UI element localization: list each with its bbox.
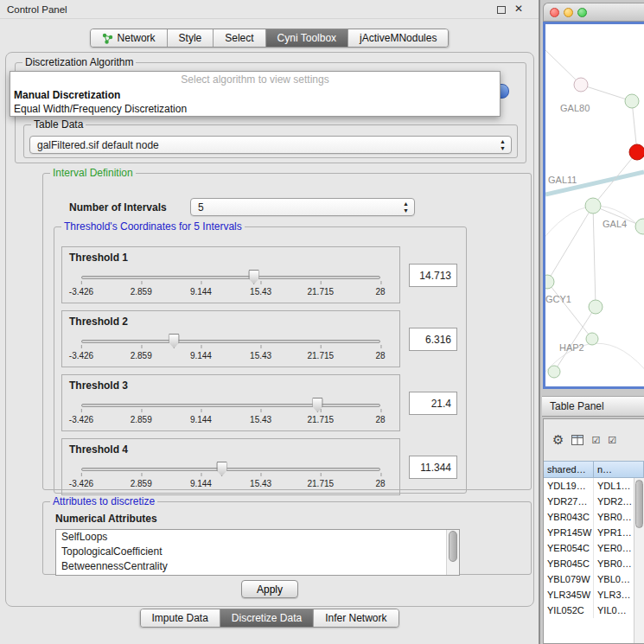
close-icon[interactable]: ✕ [514, 3, 523, 15]
attributes-group: Attributes to discretize Numerical Attri… [42, 495, 532, 575]
tab-infer-network[interactable]: Infer Network [314, 609, 398, 627]
threshold-slider[interactable] [81, 398, 380, 412]
network-node[interactable] [629, 144, 644, 160]
dropdown-item-manual-discretization[interactable]: Manual Discretization [10, 88, 500, 102]
slider-track [81, 404, 380, 407]
tab-label: jActiveMNodules [360, 32, 437, 44]
list-scrollbar[interactable] [446, 530, 459, 575]
list-item[interactable]: TopologicalCoefficient [56, 545, 459, 559]
tab-discretize-data[interactable]: Discretize Data [220, 609, 314, 627]
slider-scale: -3.4262.8599.14415.4321.71528 [81, 351, 380, 361]
threshold-value-field[interactable]: 14.713 [409, 264, 457, 287]
tab-label: Style [179, 32, 202, 44]
network-node[interactable] [625, 94, 639, 108]
network-node[interactable] [635, 219, 644, 234]
threshold-value-field[interactable]: 11.344 [409, 456, 457, 479]
slider-scale: -3.4262.8599.14415.4321.71528 [81, 287, 380, 297]
thresholds-title: Threshold's Coordinates for 5 Intervals [61, 220, 245, 233]
number-of-intervals-value: 5 [198, 201, 204, 214]
threshold-slider[interactable] [81, 270, 380, 284]
checkbox-icon[interactable]: ☑ [608, 435, 616, 446]
threshold-value-field[interactable]: 6.316 [409, 328, 457, 351]
table-row[interactable]: YIL052CYIL0… [544, 603, 644, 618]
scale-label: 15.43 [250, 479, 271, 488]
tab-label: Select [225, 32, 253, 44]
numerical-attributes-list[interactable]: SelfLoopsTopologicalCoefficientBetweenne… [55, 529, 460, 576]
table-row[interactable]: YBR043CYBR0… [544, 509, 644, 525]
network-node[interactable] [586, 333, 598, 345]
tab-label: Discretize Data [232, 612, 302, 624]
table-scrollbar-thumb[interactable] [635, 480, 643, 528]
columns-icon[interactable] [571, 435, 583, 445]
network-edge [545, 50, 581, 85]
zoom-traffic-light-icon[interactable] [577, 8, 587, 17]
gear-icon[interactable]: ⚙ [552, 432, 564, 448]
node-label: GAL4 [603, 219, 627, 229]
threshold-slider[interactable] [81, 334, 380, 348]
apply-button[interactable]: Apply [241, 580, 298, 598]
slider-handle[interactable] [169, 334, 180, 348]
threshold-slider[interactable] [81, 462, 380, 476]
network-node[interactable] [574, 78, 588, 92]
scale-label: 21.715 [308, 287, 335, 296]
slider-handle[interactable] [312, 398, 323, 412]
close-traffic-light-icon[interactable] [550, 8, 559, 17]
tab-network[interactable]: Network [91, 29, 168, 47]
table-row[interactable]: YDR27…YDR2… [544, 494, 644, 509]
tab-cyni-toolbox[interactable]: Cyni Toolbox [266, 29, 348, 47]
network-node[interactable] [545, 275, 554, 289]
threshold-label: Threshold 4 [69, 443, 128, 456]
scale-label: 21.715 [308, 479, 335, 488]
table-row[interactable]: YLR345WYLR3… [544, 587, 644, 603]
network-node[interactable] [548, 366, 560, 378]
slider-handle[interactable] [216, 462, 227, 476]
discretization-algorithm-title: Discretization Algorithm [22, 56, 136, 68]
table-data-combobox-value: galFiltered.sif default node [37, 139, 159, 151]
tab-jactivemnodules[interactable]: jActiveMNodules [348, 29, 448, 47]
tab-label: Cyni Toolbox [277, 32, 336, 44]
table-row[interactable]: YER054CYER0… [544, 540, 644, 556]
interval-definition-title: Interval Definition [50, 167, 136, 179]
minimize-traffic-light-icon[interactable] [564, 8, 573, 17]
number-of-intervals-combobox[interactable]: 5 ▲ ▼ [190, 198, 415, 216]
network-node[interactable] [585, 198, 601, 214]
combo-up-arrow-icon: ▲ [403, 201, 409, 207]
table-scrollbar[interactable] [634, 478, 644, 643]
tab-style[interactable]: Style [168, 29, 214, 47]
slider-handle[interactable] [248, 270, 259, 284]
table-row[interactable]: YBL079WYBL0… [544, 571, 644, 587]
tab-impute-data[interactable]: Impute Data [140, 609, 220, 627]
threshold-value-field[interactable]: 21.4 [409, 392, 457, 415]
dropdown-placeholder: Select algorithm to view settings [10, 72, 500, 88]
table-row[interactable]: YPR145WYPR1… [544, 525, 644, 540]
table-cell: YPR145W [544, 525, 594, 540]
column-header-shared[interactable]: shared… [544, 461, 594, 478]
scale-label: -3.426 [69, 351, 93, 360]
threshold-panel: Threshold 4-3.4262.8599.14415.4321.71528 [61, 438, 400, 495]
scale-label: -3.426 [69, 479, 93, 488]
network-edge [547, 282, 592, 339]
scale-label: 9.144 [190, 415, 212, 424]
table-data-combobox[interactable]: galFiltered.sif default node ▲ ▼ [29, 136, 512, 154]
scale-label: 15.43 [250, 415, 271, 424]
table-row[interactable]: YBR045CYBR0… [544, 556, 644, 571]
slider-scale: -3.4262.8599.14415.4321.71528 [81, 479, 380, 489]
list-item[interactable]: BetweennessCentrality [56, 559, 459, 574]
scale-label: 2.859 [131, 287, 152, 296]
scale-label: 28 [375, 287, 385, 296]
list-scrollbar-thumb[interactable] [449, 531, 457, 562]
dropdown-item-equal-width-frequency[interactable]: Equal Width/Frequency Discretization [10, 102, 500, 116]
list-item[interactable]: SelfLoops [56, 530, 459, 545]
tab-select[interactable]: Select [214, 29, 265, 47]
table-data-title: Table Data [31, 118, 86, 131]
float-window-icon[interactable] [497, 6, 506, 14]
node-label: GAL11 [548, 175, 577, 185]
network-node[interactable] [589, 300, 603, 314]
checkbox-icon[interactable]: ☑ [591, 435, 600, 446]
scale-label: 28 [375, 415, 385, 424]
table-cell: YDL19… [544, 478, 594, 494]
scale-label: 15.43 [250, 287, 271, 296]
column-header-n[interactable]: n… [594, 461, 644, 478]
network-view[interactable]: GAL80GAL11GAL4GCY1HAP2 [543, 22, 644, 389]
table-row[interactable]: YDL19…YDL1… [544, 478, 644, 494]
